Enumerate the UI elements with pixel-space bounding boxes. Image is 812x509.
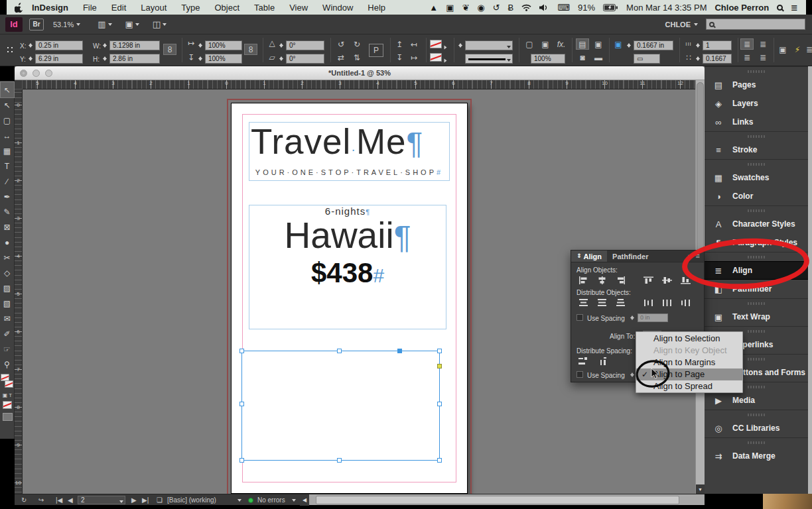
align-right-button[interactable]	[612, 274, 628, 286]
use-spacing-checkbox[interactable]	[576, 314, 583, 321]
align-horizontal-center-button[interactable]	[594, 274, 610, 286]
control-panel-menu-icon[interactable]: ≣	[803, 44, 812, 55]
fill-swatch-none[interactable]	[430, 40, 442, 48]
selection-tool[interactable]: ↖	[1, 82, 14, 97]
stroke-swatch-none[interactable]	[430, 53, 442, 62]
rotate-cw-button[interactable]: ↻	[350, 38, 364, 50]
x-stepper[interactable]	[28, 40, 34, 50]
arrange-documents-dropdown[interactable]: ◫	[153, 20, 167, 28]
dock-item-cc-libraries[interactable]: ◎CC Libraries	[705, 419, 808, 437]
w-stepper[interactable]	[102, 40, 108, 50]
horizontal-scroll-thumb[interactable]	[316, 496, 679, 504]
distribute-left-button[interactable]	[640, 297, 656, 308]
scroll-down-button[interactable]: ▼	[696, 484, 705, 494]
line-tool[interactable]: ∕	[1, 174, 14, 189]
preflight-sync-icon[interactable]: ↻	[21, 496, 27, 504]
preflight-status[interactable]: No errors	[248, 496, 285, 504]
dock-item-pathfinder[interactable]: ◧Pathfinder	[705, 280, 808, 298]
type-tool[interactable]: T	[1, 158, 14, 174]
tab-align[interactable]: ⇕Align	[571, 251, 607, 262]
spacing-field[interactable]: 0 in	[638, 313, 668, 322]
flip-vertical-button[interactable]: ⇅	[350, 52, 364, 63]
gutter-field[interactable]: 0.1667	[703, 54, 732, 64]
handle-top-solid[interactable]	[397, 349, 402, 353]
align-top-button[interactable]	[640, 274, 656, 286]
menubar-item[interactable]: Table	[247, 3, 282, 13]
rotation-field[interactable]: 0°	[286, 40, 324, 50]
y-stepper[interactable]	[28, 54, 34, 64]
align-paragraph-left-button[interactable]: ≣	[740, 38, 754, 50]
previous-page-button[interactable]: ◀	[68, 496, 73, 504]
object-styles-button[interactable]: ▣	[776, 44, 789, 55]
ruler-corner[interactable]	[15, 80, 23, 89]
corner-options-icon[interactable]: ▢	[523, 38, 536, 50]
bluetooth-icon[interactable]: Ƀ	[508, 3, 514, 12]
handle-bottom-center[interactable]	[337, 458, 342, 463]
google-drive-icon[interactable]: ▲	[429, 3, 438, 12]
hand-tool[interactable]: ☞	[1, 341, 14, 357]
dock-item-swatches[interactable]: ▦Swatches	[705, 168, 808, 187]
frame-fitting-button[interactable]: ▣	[612, 38, 625, 50]
dock-item-paragraph-styles[interactable]: ¶Paragraph Styles	[705, 233, 808, 252]
spacing-stepper[interactable]	[630, 313, 636, 322]
keyboard-icon[interactable]: ⌨	[557, 3, 570, 12]
eyedropper-tool[interactable]: ✐	[1, 326, 14, 341]
align-paragraph-2-button[interactable]: ≣	[740, 52, 754, 63]
scale-x-stepper[interactable]	[198, 40, 204, 50]
gap-stepper[interactable]	[626, 40, 632, 50]
dock-item-pages[interactable]: ▤Pages	[705, 76, 808, 94]
menubar-item[interactable]: Type	[174, 3, 207, 13]
rectangle-frame-tool[interactable]: ⊠	[1, 219, 14, 235]
dock-item-align[interactable]: ≣Align	[705, 261, 808, 280]
use-spacing2-checkbox[interactable]	[576, 371, 583, 378]
gap-field[interactable]: 0.1667 in	[634, 40, 673, 50]
select-content-button[interactable]: ↧	[393, 52, 406, 63]
time-machine-icon[interactable]: ↺	[493, 3, 500, 12]
dock-item-color[interactable]: ◑Color	[705, 187, 808, 205]
zoom-tool[interactable]: ⚲	[1, 357, 14, 372]
menubar-item[interactable]: Window	[315, 3, 360, 13]
workspace-switcher[interactable]: CHLOE	[665, 21, 699, 28]
formatting-text-icon[interactable]: T	[9, 392, 12, 398]
quick-apply-icon[interactable]: ⚡	[791, 44, 804, 55]
scale-x-field[interactable]: 100%	[205, 40, 242, 50]
stroke-weight-field[interactable]	[465, 40, 513, 50]
handle-top-left[interactable]	[239, 349, 244, 353]
free-transform-tool[interactable]: ◇	[1, 265, 14, 280]
text-wrap-jump-button[interactable]: ▬	[592, 52, 605, 63]
distribute-vertical-center-button[interactable]	[594, 297, 610, 308]
wifi-icon[interactable]	[521, 4, 531, 11]
distribute-horizontal-space-button[interactable]	[596, 355, 612, 367]
handle-middle-left[interactable]	[239, 402, 244, 406]
effects-icon[interactable]: ▣	[539, 38, 552, 50]
dock-item-text-wrap[interactable]: ▣Text Wrap	[705, 308, 808, 326]
panel-menu-icon[interactable]: ≡	[696, 253, 700, 260]
selected-frame[interactable]	[241, 351, 440, 461]
view-options-dropdown[interactable]: ▥	[98, 20, 111, 28]
tab-pathfinder[interactable]: Pathfinder	[607, 251, 653, 262]
menubar-item[interactable]: File	[76, 3, 104, 13]
handle-middle-right[interactable]	[437, 402, 442, 406]
dock-item-character-styles[interactable]: ACharacter Styles	[705, 215, 808, 233]
document-titlebar[interactable]: *Untitled-1 @ 53%	[15, 66, 705, 80]
y-field[interactable]: 6.29 in	[35, 54, 83, 64]
pencil-tool[interactable]: ✎	[1, 204, 14, 219]
menubar-item[interactable]: Edit	[104, 3, 133, 13]
preflight-dropdown-arrow[interactable]	[292, 496, 296, 504]
offer-text-frame[interactable]: 6-nights¶ Hawaii¶ $438#	[249, 205, 446, 329]
content-grabber-button[interactable]: P	[369, 44, 383, 57]
text-wrap-none-button[interactable]: ▤	[576, 38, 589, 50]
align-bottom-button[interactable]	[677, 274, 693, 286]
app-search-field[interactable]	[706, 19, 805, 30]
constrain-scale-link-icon[interactable]: 8	[244, 44, 257, 55]
page-tool[interactable]: ▢	[1, 113, 14, 128]
handle-top-center[interactable]	[337, 349, 342, 353]
first-page-button[interactable]: |◀	[56, 496, 62, 504]
align-left-button[interactable]	[575, 274, 591, 286]
scale-y-stepper[interactable]	[198, 54, 204, 64]
screen-mode-dropdown[interactable]: ▣	[125, 20, 139, 28]
gap-tool[interactable]: ↔	[1, 128, 14, 143]
effects-fx-button[interactable]: fx.	[555, 38, 568, 50]
distribute-horizontal-center-button[interactable]	[659, 297, 675, 308]
menubar-item[interactable]: Help	[360, 3, 393, 13]
